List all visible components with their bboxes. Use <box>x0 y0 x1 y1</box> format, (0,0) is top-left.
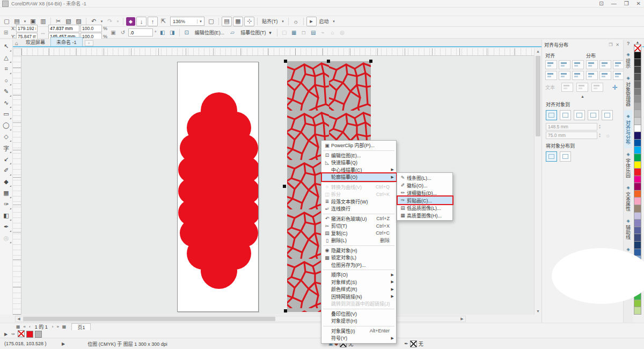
context-menu-item[interactable]: 跳转到浏览器中的超链接(J) <box>321 300 396 308</box>
context-menu-item[interactable]: 因特网链接(N) <box>321 293 396 301</box>
vertical-scroll-thumb[interactable] <box>536 56 540 136</box>
artistic-media-tool[interactable]: ✐ <box>1 165 12 176</box>
scroll-down-icon[interactable]: ▼ <box>535 308 541 315</box>
show-rulers-icon[interactable]: ▤ <box>222 17 232 26</box>
import-icon[interactable]: ↓ <box>136 17 147 26</box>
crop-tool[interactable]: ⌗ <box>1 63 12 75</box>
distribute-center-h-icon[interactable] <box>599 60 611 69</box>
align-baseline-first-icon[interactable] <box>561 83 573 92</box>
align-x-input[interactable] <box>546 123 597 130</box>
color-magenta[interactable] <box>634 176 641 184</box>
distribute-left-icon[interactable] <box>586 60 598 69</box>
distribute-to-selection-icon[interactable] <box>546 151 557 162</box>
options-gear-icon[interactable]: ☼ <box>291 17 301 26</box>
outline-none-swatch[interactable] <box>410 340 417 347</box>
context-menu-item[interactable]: 颜色样式(R) <box>321 286 396 293</box>
menu-item[interactable] <box>52 11 61 12</box>
status-arrow-icon[interactable]: ▶ <box>61 341 66 346</box>
snap-to-dropdown-icon[interactable]: ▾ <box>281 17 286 26</box>
context-menu-item[interactable]: ✂ 剪切(T) Ctrl+X <box>321 222 396 230</box>
new-tab-icon[interactable]: ▫ <box>85 40 93 46</box>
ellipse-tool[interactable]: ◯ <box>1 120 12 131</box>
distribute-top-icon[interactable] <box>586 71 598 80</box>
doc-palette-eyedropper-icon[interactable]: ✑ <box>10 332 16 337</box>
color-gray-30[interactable] <box>634 103 641 111</box>
context-menu-item[interactable]: 中心线描摹(C) <box>321 166 396 174</box>
color-mint[interactable] <box>634 307 641 315</box>
scroll-right-icon[interactable]: ▶ <box>459 316 465 322</box>
freehand-tool[interactable]: ✎ <box>1 86 12 97</box>
rectangle-tool[interactable]: ▭ <box>1 108 12 120</box>
menu-item[interactable] <box>80 11 90 12</box>
object-width-input[interactable] <box>48 25 79 32</box>
align-to-page-center-icon[interactable] <box>574 110 585 120</box>
align-center-horizontal-icon[interactable] <box>559 60 570 69</box>
publish-pdf-icon[interactable]: ⇱ <box>159 17 168 26</box>
color-gray-50[interactable] <box>634 88 641 96</box>
color-light-green[interactable] <box>634 300 641 308</box>
color-violet[interactable] <box>634 219 641 227</box>
context-menu-item[interactable]: 轮廓描摹(O) <box>321 173 396 181</box>
snap-to-label[interactable]: 贴齐(T) <box>260 18 280 25</box>
ruler-origin-box[interactable] <box>13 48 21 56</box>
docker-tab[interactable]: ◈字体乐园 <box>624 148 632 181</box>
align-to-grid-icon[interactable] <box>588 110 599 120</box>
submenu-item[interactable]: ▦ 高质量图像(H)... <box>397 212 452 219</box>
align-settings-gear-icon[interactable]: ☼ <box>605 133 610 139</box>
distribute-center-v-icon[interactable] <box>599 71 611 80</box>
context-menu-item[interactable]: ○ 转换为曲线(V) Ctrl+Q <box>321 184 396 191</box>
y-spinner[interactable]: ▴▾ <box>599 133 601 138</box>
show-guidelines-icon[interactable]: ⊹ <box>244 17 254 26</box>
context-menu-item[interactable]: ▯ 删除(L) 删除 <box>321 237 396 244</box>
submenu-item[interactable]: ✎ 线条图(L)... <box>397 174 452 181</box>
lock-ratio-icon[interactable]: ▣ <box>109 28 118 37</box>
bitmap-mode-icon[interactable]: ▦ <box>290 28 298 37</box>
first-page-icon[interactable]: « <box>23 324 27 329</box>
context-menu-item[interactable]: ↵ 连线换行 <box>321 205 396 213</box>
pick-tool[interactable]: ↖ <box>1 41 12 52</box>
context-menu-item[interactable]: ▩ 锁定对象(L) <box>321 254 396 261</box>
horizontal-scrollbar[interactable]: ◀ ▶ <box>15 316 466 322</box>
vertical-scrollbar[interactable]: ▲ ▼ <box>534 48 541 315</box>
mirror-horizontal-icon[interactable]: ◧ <box>158 28 167 37</box>
doc-color-none[interactable] <box>18 330 25 337</box>
launch-icon[interactable]: ▸ <box>306 17 317 26</box>
collapse-section-icon[interactable]: ▲ <box>542 93 623 99</box>
color-slate[interactable] <box>634 234 641 242</box>
launch-label[interactable]: 启动 <box>318 18 331 25</box>
wrap-text-prop-icon[interactable]: ⌁ <box>319 28 327 37</box>
menu-item[interactable] <box>109 11 119 12</box>
text-tool[interactable]: 字 <box>1 142 12 154</box>
trace-bitmap-button[interactable]: 描摹位图(T) ▾ <box>238 28 274 37</box>
color-deep-pink[interactable] <box>634 183 641 191</box>
color-navy[interactable] <box>634 132 641 140</box>
menu-item[interactable] <box>13 11 23 12</box>
selection-handle-bottom-left[interactable] <box>284 309 287 312</box>
doc-color-gray[interactable] <box>35 331 42 338</box>
print-icon[interactable]: ▥ <box>39 17 48 26</box>
last-page-icon[interactable]: » <box>55 324 60 329</box>
context-menu-item[interactable]: ↶ 撤消彩色玻璃(U) Ctrl+Z <box>321 215 396 223</box>
submenu-item[interactable]: ✐ 徽标(O)... <box>397 181 452 189</box>
menu-item[interactable] <box>23 11 32 12</box>
color-white[interactable] <box>634 125 641 133</box>
menu-item[interactable] <box>100 11 109 12</box>
dimension-tool[interactable]: ↙ <box>1 154 12 165</box>
drawing-canvas[interactable] <box>21 56 534 315</box>
previous-page-icon[interactable]: ‹ <box>28 324 32 329</box>
color-black[interactable] <box>634 52 641 60</box>
show-grid-icon[interactable]: ▦ <box>233 17 243 26</box>
smart-fill-tool[interactable]: ◧ <box>1 210 12 221</box>
close-icon[interactable]: ✕ <box>636 1 641 6</box>
menu-item[interactable] <box>32 11 42 12</box>
round-corner-icon[interactable]: ◎ <box>338 28 347 37</box>
home-icon[interactable]: ⌂ <box>13 40 20 46</box>
docker-tab[interactable]: ◈对齐与分布 <box>624 110 632 148</box>
align-left-icon[interactable] <box>545 60 557 69</box>
polygon-tool[interactable]: ◇ <box>1 131 12 142</box>
color-tan[interactable] <box>634 205 641 213</box>
doc-palette-arrow-icon[interactable]: ▶ <box>3 332 9 337</box>
context-menu-item[interactable]: ▤ 复制(C) Ctrl+C <box>321 230 396 237</box>
align-baseline-icon[interactable] <box>591 83 603 92</box>
docker-dock-icon[interactable]: ❐ <box>607 42 614 47</box>
